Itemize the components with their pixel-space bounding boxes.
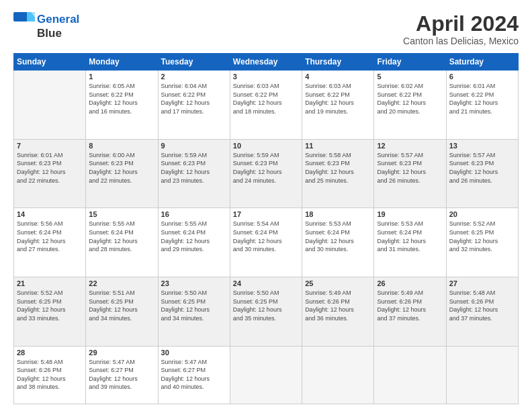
day-number: 17: [233, 210, 299, 218]
day-number: 15: [89, 210, 154, 218]
cell-3-7: 20Sunrise: 5:52 AMSunset: 6:25 PMDayligh…: [446, 208, 518, 277]
day-number: 18: [305, 210, 371, 218]
day-number: 30: [161, 349, 227, 357]
cell-5-1: 28Sunrise: 5:48 AMSunset: 6:26 PMDayligh…: [14, 346, 86, 404]
day-number: 26: [377, 279, 443, 287]
cell-3-3: 16Sunrise: 5:55 AMSunset: 6:24 PMDayligh…: [158, 208, 230, 277]
day-number: 3: [233, 73, 299, 81]
cell-4-6: 26Sunrise: 5:49 AMSunset: 6:26 PMDayligh…: [374, 277, 446, 347]
day-number: 4: [305, 73, 371, 81]
cell-3-6: 19Sunrise: 5:53 AMSunset: 6:24 PMDayligh…: [374, 208, 446, 277]
cell-1-4: 3Sunrise: 6:03 AMSunset: 6:22 PMDaylight…: [230, 71, 302, 140]
cell-4-5: 25Sunrise: 5:49 AMSunset: 6:26 PMDayligh…: [302, 277, 374, 347]
day-header-saturday: Saturday: [446, 54, 518, 71]
cell-info: Sunrise: 6:03 AMSunset: 6:22 PMDaylight:…: [233, 82, 299, 116]
cell-5-2: 29Sunrise: 5:47 AMSunset: 6:27 PMDayligh…: [86, 346, 158, 404]
cell-info: Sunrise: 5:55 AMSunset: 6:24 PMDaylight:…: [161, 220, 227, 253]
page: General Blue April 2024 Canton las Delic…: [0, 0, 532, 411]
cell-info: Sunrise: 5:58 AMSunset: 6:23 PMDaylight:…: [305, 151, 371, 185]
cell-info: Sunrise: 5:47 AMSunset: 6:27 PMDaylight:…: [89, 358, 154, 392]
day-number: 29: [89, 349, 154, 357]
day-number: 2: [161, 73, 227, 81]
cell-3-2: 15Sunrise: 5:55 AMSunset: 6:24 PMDayligh…: [86, 208, 158, 277]
cell-info: Sunrise: 6:02 AMSunset: 6:22 PMDaylight:…: [377, 82, 443, 116]
cell-info: Sunrise: 5:57 AMSunset: 6:23 PMDaylight:…: [377, 151, 443, 185]
subtitle: Canton las Delicias, Mexico: [403, 36, 519, 46]
cell-3-5: 18Sunrise: 5:53 AMSunset: 6:24 PMDayligh…: [302, 208, 374, 277]
day-number: 21: [17, 279, 83, 287]
cell-1-1: [14, 71, 86, 140]
cell-info: Sunrise: 5:48 AMSunset: 6:26 PMDaylight:…: [449, 289, 515, 322]
cell-info: Sunrise: 6:04 AMSunset: 6:22 PMDaylight:…: [161, 82, 227, 116]
cell-info: Sunrise: 6:00 AMSunset: 6:23 PMDaylight:…: [89, 151, 154, 185]
cell-info: Sunrise: 5:53 AMSunset: 6:24 PMDaylight:…: [377, 220, 443, 253]
cell-5-4: [230, 346, 302, 404]
month-title: April 2024: [403, 12, 519, 36]
day-number: 27: [449, 279, 515, 287]
cell-1-5: 4Sunrise: 6:03 AMSunset: 6:22 PMDaylight…: [302, 71, 374, 140]
header-row: SundayMondayTuesdayWednesdayThursdayFrid…: [14, 54, 519, 71]
cell-5-3: 30Sunrise: 5:47 AMSunset: 6:27 PMDayligh…: [158, 346, 230, 404]
day-number: 13: [449, 142, 515, 150]
cell-info: Sunrise: 5:59 AMSunset: 6:23 PMDaylight:…: [161, 151, 227, 185]
cell-3-4: 17Sunrise: 5:54 AMSunset: 6:24 PMDayligh…: [230, 208, 302, 277]
day-number: 1: [89, 73, 154, 81]
cell-info: Sunrise: 5:57 AMSunset: 6:23 PMDaylight:…: [449, 151, 515, 185]
day-number: 24: [233, 279, 299, 287]
cell-2-3: 9Sunrise: 5:59 AMSunset: 6:23 PMDaylight…: [158, 139, 230, 208]
day-header-friday: Friday: [374, 54, 446, 71]
day-number: 12: [377, 142, 443, 150]
day-header-sunday: Sunday: [14, 54, 86, 71]
logo-icon: [13, 12, 35, 27]
cell-3-1: 14Sunrise: 5:56 AMSunset: 6:24 PMDayligh…: [14, 208, 86, 277]
cell-info: Sunrise: 6:05 AMSunset: 6:22 PMDaylight:…: [89, 82, 154, 116]
cell-2-4: 10Sunrise: 5:59 AMSunset: 6:23 PMDayligh…: [230, 139, 302, 208]
cell-1-2: 1Sunrise: 6:05 AMSunset: 6:22 PMDaylight…: [86, 71, 158, 140]
day-number: 16: [161, 210, 227, 218]
cell-info: Sunrise: 5:47 AMSunset: 6:27 PMDaylight:…: [161, 358, 227, 392]
day-number: 6: [449, 73, 515, 81]
cell-info: Sunrise: 6:01 AMSunset: 6:23 PMDaylight:…: [17, 151, 83, 185]
day-number: 5: [377, 73, 443, 81]
cell-4-1: 21Sunrise: 5:52 AMSunset: 6:25 PMDayligh…: [14, 277, 86, 347]
logo-text-blue: Blue: [37, 27, 62, 40]
cell-4-4: 24Sunrise: 5:50 AMSunset: 6:25 PMDayligh…: [230, 277, 302, 347]
cell-5-7: [446, 346, 518, 404]
cell-info: Sunrise: 5:48 AMSunset: 6:26 PMDaylight:…: [17, 358, 83, 392]
cell-info: Sunrise: 5:56 AMSunset: 6:24 PMDaylight:…: [17, 220, 83, 253]
day-number: 10: [233, 142, 299, 150]
cell-1-7: 6Sunrise: 6:01 AMSunset: 6:22 PMDaylight…: [446, 71, 518, 140]
day-number: 22: [89, 279, 154, 287]
week-row-4: 21Sunrise: 5:52 AMSunset: 6:25 PMDayligh…: [14, 277, 519, 347]
day-number: 9: [161, 142, 227, 150]
logo: General Blue: [13, 12, 79, 40]
cell-info: Sunrise: 5:50 AMSunset: 6:25 PMDaylight:…: [161, 289, 227, 322]
day-number: 19: [377, 210, 443, 218]
cell-5-5: [302, 346, 374, 404]
day-header-wednesday: Wednesday: [230, 54, 302, 71]
cell-4-2: 22Sunrise: 5:51 AMSunset: 6:25 PMDayligh…: [86, 277, 158, 347]
week-row-2: 7Sunrise: 6:01 AMSunset: 6:23 PMDaylight…: [14, 139, 519, 208]
cell-2-2: 8Sunrise: 6:00 AMSunset: 6:23 PMDaylight…: [86, 139, 158, 208]
title-block: April 2024 Canton las Delicias, Mexico: [403, 12, 519, 46]
cell-info: Sunrise: 5:55 AMSunset: 6:24 PMDaylight:…: [89, 220, 154, 253]
day-number: 23: [161, 279, 227, 287]
day-header-monday: Monday: [86, 54, 158, 71]
cell-info: Sunrise: 5:51 AMSunset: 6:25 PMDaylight:…: [89, 289, 154, 322]
cell-1-6: 5Sunrise: 6:02 AMSunset: 6:22 PMDaylight…: [374, 71, 446, 140]
day-number: 8: [89, 142, 154, 150]
day-number: 25: [305, 279, 371, 287]
cell-info: Sunrise: 5:52 AMSunset: 6:25 PMDaylight:…: [449, 220, 515, 253]
week-row-5: 28Sunrise: 5:48 AMSunset: 6:26 PMDayligh…: [14, 346, 519, 404]
logo-text-general: General: [37, 13, 79, 26]
cell-4-7: 27Sunrise: 5:48 AMSunset: 6:26 PMDayligh…: [446, 277, 518, 347]
day-header-thursday: Thursday: [302, 54, 374, 71]
cell-5-6: [374, 346, 446, 404]
week-row-1: 1Sunrise: 6:05 AMSunset: 6:22 PMDaylight…: [14, 71, 519, 140]
cell-4-3: 23Sunrise: 5:50 AMSunset: 6:25 PMDayligh…: [158, 277, 230, 347]
cell-info: Sunrise: 5:54 AMSunset: 6:24 PMDaylight:…: [233, 220, 299, 253]
cell-1-3: 2Sunrise: 6:04 AMSunset: 6:22 PMDaylight…: [158, 71, 230, 140]
header: General Blue April 2024 Canton las Delic…: [13, 12, 519, 46]
cell-info: Sunrise: 5:53 AMSunset: 6:24 PMDaylight:…: [305, 220, 371, 253]
cell-info: Sunrise: 5:50 AMSunset: 6:25 PMDaylight:…: [233, 289, 299, 322]
